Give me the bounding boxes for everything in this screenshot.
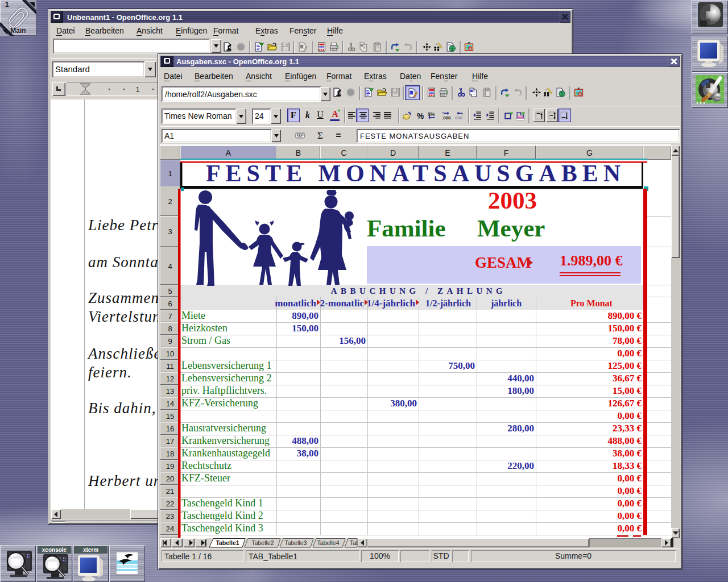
svg-text:5: 5 <box>168 287 172 296</box>
svg-text:17: 17 <box>166 437 174 446</box>
svg-text:13: 13 <box>166 387 174 396</box>
svg-text:7: 7 <box>168 312 172 321</box>
svg-text:Tabelle2: Tabelle2 <box>251 539 274 546</box>
svg-text:E: E <box>445 148 450 157</box>
svg-text:D: D <box>390 148 396 157</box>
svg-text:19: 19 <box>166 462 174 471</box>
svg-text:Tabelle1: Tabelle1 <box>216 539 239 546</box>
svg-text:24: 24 <box>166 525 174 533</box>
svg-text:12: 12 <box>166 375 174 383</box>
svg-text:6: 6 <box>168 300 172 308</box>
svg-text:20: 20 <box>166 475 174 483</box>
svg-text:23: 23 <box>166 512 174 521</box>
svg-text:22: 22 <box>166 500 174 508</box>
svg-text:15: 15 <box>166 412 174 421</box>
svg-text:A: A <box>226 148 231 157</box>
svg-text:10: 10 <box>166 350 174 358</box>
svg-text:8: 8 <box>168 325 172 333</box>
svg-text:1: 1 <box>135 85 139 94</box>
svg-text:F: F <box>504 148 509 157</box>
svg-text:1: 1 <box>168 169 172 178</box>
svg-text:3: 3 <box>168 227 172 236</box>
svg-text:C: C <box>341 148 346 157</box>
svg-text:2: 2 <box>168 197 172 206</box>
svg-text:18: 18 <box>166 450 174 458</box>
svg-text:G: G <box>586 148 593 157</box>
svg-text:14: 14 <box>166 400 174 408</box>
svg-text:21: 21 <box>166 487 174 496</box>
svg-text:16: 16 <box>166 425 174 433</box>
svg-text:9: 9 <box>168 337 172 346</box>
svg-text:Tabelle4: Tabelle4 <box>317 539 339 546</box>
svg-text:Tabelle3: Tabelle3 <box>284 539 307 546</box>
svg-text:11: 11 <box>166 362 174 371</box>
svg-text:B: B <box>296 148 301 157</box>
svg-text:4: 4 <box>168 262 172 271</box>
